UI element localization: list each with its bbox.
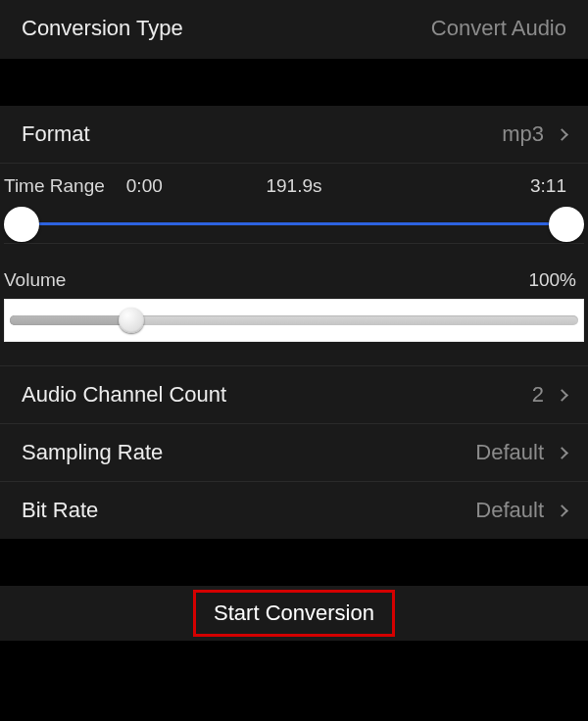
time-range-thumb-end[interactable] xyxy=(549,207,584,242)
chevron-right-icon xyxy=(556,389,568,402)
volume-section: Volume 100% xyxy=(0,260,588,366)
volume-label: Volume xyxy=(4,269,66,291)
spacer xyxy=(0,539,588,586)
format-label: Format xyxy=(22,121,90,147)
chevron-right-icon xyxy=(556,505,568,517)
spacer xyxy=(0,641,588,699)
time-range-section: Time Range 0:00 191.9s 3:11 xyxy=(0,164,588,260)
chevron-right-icon xyxy=(556,447,568,459)
time-range-duration: 191.9s xyxy=(266,175,321,197)
audio-channel-row[interactable]: Audio Channel Count 2 xyxy=(0,366,588,424)
volume-fill xyxy=(10,315,125,325)
time-range-thumb-start[interactable] xyxy=(4,207,39,242)
sampling-rate-value: Default xyxy=(475,440,544,465)
time-range-slider[interactable] xyxy=(4,205,584,244)
format-value: mp3 xyxy=(502,121,544,147)
volume-value: 100% xyxy=(528,269,576,291)
time-range-readout: Time Range 0:00 191.9s 3:11 xyxy=(0,164,588,205)
format-row[interactable]: Format mp3 xyxy=(0,106,588,164)
time-range-end: 3:11 xyxy=(530,175,566,197)
conversion-type-row[interactable]: Conversion Type Convert Audio xyxy=(0,0,588,59)
sampling-rate-label: Sampling Rate xyxy=(22,440,163,465)
time-range-label: Time Range xyxy=(4,175,105,197)
audio-channel-value: 2 xyxy=(532,382,544,408)
conversion-type-value: Convert Audio xyxy=(431,16,566,41)
chevron-right-icon xyxy=(556,128,568,141)
sampling-rate-row[interactable]: Sampling Rate Default xyxy=(0,424,588,482)
conversion-type-label: Conversion Type xyxy=(22,16,183,41)
bit-rate-label: Bit Rate xyxy=(22,498,98,523)
volume-readout: Volume 100% xyxy=(0,260,588,299)
volume-slider[interactable] xyxy=(4,299,584,342)
settings-panel: Format mp3 Time Range 0:00 191.9s 3:11 V… xyxy=(0,106,588,539)
start-conversion-button[interactable]: Start Conversion xyxy=(193,590,395,637)
time-range-start: 0:00 xyxy=(126,175,163,197)
spacer xyxy=(0,59,588,106)
bottom-bar: Start Conversion xyxy=(0,586,588,641)
audio-channel-label: Audio Channel Count xyxy=(22,382,226,408)
volume-thumb[interactable] xyxy=(119,308,144,333)
bit-rate-row[interactable]: Bit Rate Default xyxy=(0,482,588,539)
time-range-track xyxy=(24,222,564,225)
bit-rate-value: Default xyxy=(475,498,544,523)
